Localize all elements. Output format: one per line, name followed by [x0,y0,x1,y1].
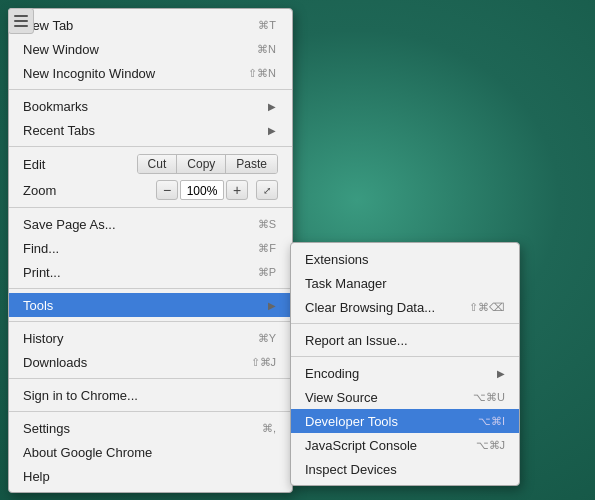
menu-item-new-window[interactable]: New Window ⌘N [9,37,292,61]
bookmarks-arrow-icon: ▶ [268,101,276,112]
separator-3 [9,207,292,208]
separator-6 [9,378,292,379]
encoding-arrow-icon: ▶ [497,368,505,379]
submenu-item-js-console[interactable]: JavaScript Console ⌥⌘J [291,433,519,457]
submenu-item-inspect-devices[interactable]: Inspect Devices [291,457,519,481]
separator-2 [9,146,292,147]
menu-item-new-incognito[interactable]: New Incognito Window ⇧⌘N [9,61,292,85]
zoom-out-button[interactable]: − [156,180,178,200]
menu-item-find[interactable]: Find... ⌘F [9,236,292,260]
menu-item-new-tab[interactable]: New Tab ⌘T [9,13,292,37]
menu-item-tools[interactable]: Tools ▶ [9,293,292,317]
menu-item-help[interactable]: Help [9,464,292,488]
submenu-item-encoding[interactable]: Encoding ▶ [291,361,519,385]
menu-item-downloads[interactable]: Downloads ⇧⌘J [9,350,292,374]
submenu-item-task-manager[interactable]: Task Manager [291,271,519,295]
zoom-in-button[interactable]: + [226,180,248,200]
menu-item-save-page[interactable]: Save Page As... ⌘S [9,212,292,236]
separator-5 [9,321,292,322]
menu-item-settings[interactable]: Settings ⌘, [9,416,292,440]
zoom-label: Zoom [23,183,152,198]
menu-button[interactable] [8,8,34,34]
submenu-item-clear-browsing[interactable]: Clear Browsing Data... ⇧⌘⌫ [291,295,519,319]
separator-7 [9,411,292,412]
separator-1 [9,89,292,90]
menu-item-bookmarks[interactable]: Bookmarks ▶ [9,94,292,118]
submenu-item-view-source[interactable]: View Source ⌥⌘U [291,385,519,409]
zoom-fullscreen-button[interactable]: ⤢ [256,180,278,200]
main-menu: New Tab ⌘T New Window ⌘N New Incognito W… [8,8,293,493]
paste-button[interactable]: Paste [226,155,277,173]
menu-item-history[interactable]: History ⌘Y [9,326,292,350]
tools-submenu: Extensions Task Manager Clear Browsing D… [290,242,520,486]
hamburger-icon [14,15,28,27]
recent-tabs-arrow-icon: ▶ [268,125,276,136]
submenu-item-extensions[interactable]: Extensions [291,247,519,271]
menu-item-recent-tabs[interactable]: Recent Tabs ▶ [9,118,292,142]
zoom-row: Zoom − 100% + ⤢ [9,177,292,203]
submenu-item-report-issue[interactable]: Report an Issue... [291,328,519,352]
edit-button-group: Cut Copy Paste [137,154,278,174]
separator-4 [9,288,292,289]
submenu-item-developer-tools[interactable]: Developer Tools ⌥⌘I [291,409,519,433]
zoom-value-display: 100% [180,180,224,200]
zoom-controls: − 100% + [156,180,248,200]
menu-item-print[interactable]: Print... ⌘P [9,260,292,284]
copy-button[interactable]: Copy [177,155,226,173]
menu-item-about[interactable]: About Google Chrome [9,440,292,464]
tools-arrow-icon: ▶ [268,300,276,311]
edit-label: Edit [23,157,137,172]
menu-item-signin[interactable]: Sign in to Chrome... [9,383,292,407]
cut-button[interactable]: Cut [138,155,178,173]
submenu-separator-1 [291,323,519,324]
submenu-separator-2 [291,356,519,357]
edit-row: Edit Cut Copy Paste [9,151,292,177]
